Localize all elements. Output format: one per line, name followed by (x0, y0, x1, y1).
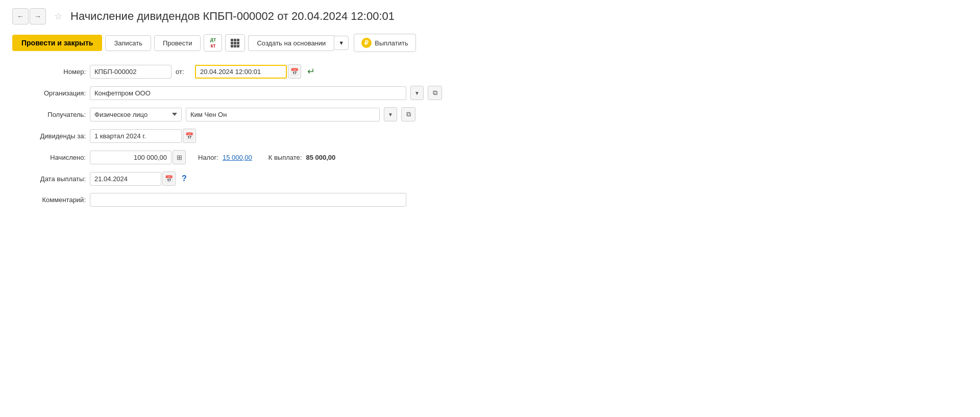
dt-kt-button[interactable]: дт кт (204, 34, 222, 52)
title-bar: ← → ☆ Начисление дивидендов КПБП-000002 … (12, 8, 968, 24)
form-section: Номер: от: 📅 ↵ Организация: ▼ ⧉ Получате… (12, 64, 968, 207)
dividends-period-container: 📅 (90, 129, 196, 143)
page-title: Начисление дивидендов КПБП-000002 от 20.… (70, 10, 395, 23)
nav-buttons: ← → (12, 8, 46, 24)
org-label: Организация: (14, 89, 86, 97)
number-row: Номер: от: 📅 ↵ (14, 64, 966, 79)
dt-label: дт (210, 37, 216, 43)
accrued-row: Начислено: ⊞ Налог: 15 000,00 К выплате:… (14, 150, 966, 164)
pay-button-label: Выплатить (375, 39, 408, 47)
dt-kt-icon: дт кт (210, 37, 216, 49)
recipient-name-dropdown-button[interactable]: ▼ (384, 107, 397, 121)
date-from-calendar-button[interactable]: 📅 (288, 64, 301, 79)
tax-static-label: Налог: (198, 154, 218, 161)
comment-row: Комментарий: (14, 193, 966, 207)
create-based-button[interactable]: Создать на основании (248, 35, 334, 51)
recipient-type-select[interactable]: Физическое лицо Юридическое лицо Индивид… (90, 108, 182, 121)
fill-from-arrow[interactable]: ↵ (307, 66, 315, 77)
dividends-period-input[interactable] (90, 129, 182, 143)
to-pay-value: 85 000,00 (306, 154, 335, 161)
tax-value-link[interactable]: 15 000,00 (223, 154, 252, 161)
date-from-container: 📅 (195, 64, 301, 79)
recipient-label: Получатель: (14, 111, 86, 118)
accrued-label: Начислено: (14, 154, 86, 161)
pay-date-row: Дата выплаты: 📅 ? (14, 171, 966, 186)
dividends-row: Дивиденды за: 📅 (14, 129, 966, 143)
recipient-row: Получатель: Физическое лицо Юридическое … (14, 107, 966, 121)
recipient-name-input[interactable] (186, 108, 380, 121)
number-label: Номер: (14, 68, 86, 76)
org-dropdown-button[interactable]: ▼ (410, 86, 424, 100)
post-button[interactable]: Провести (154, 35, 201, 51)
accrued-container: ⊞ (90, 150, 186, 164)
dividends-label: Дивиденды за: (14, 132, 86, 140)
comment-input[interactable] (90, 193, 406, 207)
to-pay-static-label: К выплате: (268, 154, 302, 161)
comment-label: Комментарий: (14, 196, 86, 204)
dividends-period-calendar-button[interactable]: 📅 (183, 129, 196, 143)
pay-date-container: 📅 (90, 171, 176, 186)
favorite-button[interactable]: ☆ (51, 9, 65, 23)
org-input[interactable] (90, 86, 406, 100)
back-button[interactable]: ← (12, 8, 29, 24)
date-from-input[interactable] (195, 65, 287, 79)
post-and-close-button[interactable]: Провести и закрыть (12, 35, 102, 51)
pay-button[interactable]: ₽ Выплатить (354, 34, 416, 52)
forward-button[interactable]: → (30, 8, 46, 24)
pay-date-calendar-button[interactable]: 📅 (162, 171, 176, 186)
from-label: от: (176, 68, 191, 76)
org-copy-button[interactable]: ⧉ (428, 86, 442, 100)
org-row: Организация: ▼ ⧉ (14, 86, 966, 100)
pay-date-input[interactable] (90, 172, 161, 186)
ruble-icon: ₽ (361, 38, 372, 48)
recipient-type-container: Физическое лицо Юридическое лицо Индивид… (90, 108, 182, 121)
create-based-split: Создать на основании ▼ (248, 35, 349, 51)
main-window: ← → ☆ Начисление дивидендов КПБП-000002 … (0, 0, 980, 417)
accrued-calculator-button[interactable]: ⊞ (173, 150, 186, 164)
kt-label: кт (211, 43, 216, 49)
create-based-dropdown[interactable]: ▼ (334, 36, 349, 50)
save-button[interactable]: Записать (105, 35, 151, 51)
pay-date-label: Дата выплаты: (14, 175, 86, 183)
pay-date-help-button[interactable]: ? (182, 174, 187, 183)
recipient-name-copy-button[interactable]: ⧉ (401, 107, 415, 121)
number-input[interactable] (90, 65, 172, 79)
toolbar: Провести и закрыть Записать Провести дт … (12, 34, 968, 52)
grid-icon (231, 39, 239, 47)
grid-view-button[interactable] (225, 34, 245, 52)
accrued-input[interactable] (90, 151, 172, 164)
